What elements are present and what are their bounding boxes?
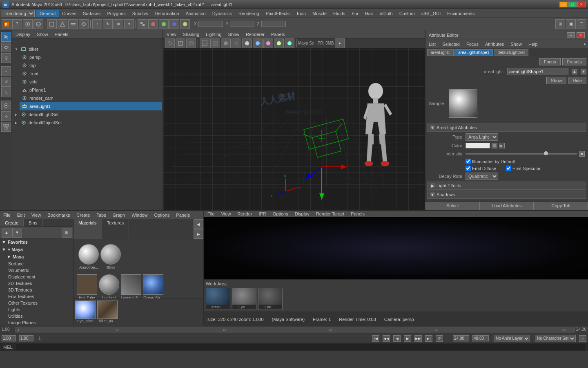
hs-scroll-down[interactable]: ▼ — [12, 228, 22, 238]
tool-lasso[interactable] — [1, 43, 11, 52]
illuminates-checkbox[interactable] — [466, 159, 471, 164]
z-field[interactable] — [261, 21, 286, 27]
play-loop[interactable]: ↺ — [436, 335, 443, 342]
mat-lambert[interactable]: Lambert — [99, 274, 119, 298]
outliner-menu-panels[interactable]: Panels — [51, 31, 72, 37]
menu-environments[interactable]: Environments — [444, 10, 478, 17]
tool-3[interactable] — [47, 19, 57, 29]
mat-displacement[interactable]: Displacement — [5, 274, 73, 280]
menu-painteffects[interactable]: PaintEffects — [263, 10, 293, 17]
mat-hair[interactable]: Hair Tube — [77, 274, 97, 298]
hs-window[interactable]: Window — [128, 212, 151, 218]
rv-options[interactable]: Options — [270, 211, 292, 217]
menu-subdivs[interactable]: Subdivs — [129, 10, 151, 17]
menu-sibl[interactable]: sIBL_GUI — [418, 10, 444, 17]
mat-volumetric[interactable]: Volumetric — [5, 267, 73, 274]
fps-start-input[interactable] — [453, 335, 469, 341]
mat-env-textures[interactable]: Env Textures — [5, 293, 73, 300]
timeline-ruler[interactable]: 1 5 10 15 20 24 — [16, 327, 575, 332]
attr-menu-selected[interactable]: Selected — [439, 41, 463, 47]
outliner-menu-show[interactable]: Show — [33, 31, 51, 37]
outliner-item-area-light[interactable]: areaLight1 — [20, 102, 162, 110]
vt-2[interactable] — [176, 38, 185, 48]
menu-surfaces[interactable]: Surfaces — [80, 10, 104, 17]
tool-1[interactable] — [23, 19, 33, 29]
hs-scroll-up[interactable]: ▲ — [2, 228, 11, 238]
dos-expand-icon[interactable]: ▶ — [15, 121, 20, 125]
select-btn[interactable]: Select — [425, 202, 480, 210]
tool-scale2[interactable]: ⤡ — [1, 88, 11, 97]
attr-menu-attributes[interactable]: Attributes — [482, 41, 507, 47]
intensity-slider[interactable] — [466, 153, 577, 155]
outliner-item-side[interactable]: side — [20, 78, 162, 86]
shadows-header[interactable]: ▼ Shadows — [427, 191, 586, 199]
x-field[interactable] — [198, 21, 223, 27]
arealight-map-btn-1[interactable]: ▲ — [572, 69, 577, 74]
load-attributes-btn[interactable]: Load Attributes — [480, 202, 534, 210]
presets-btn[interactable]: Presets — [562, 58, 586, 65]
tool-group[interactable] — [1, 122, 11, 132]
type-dropdown[interactable]: Area Light Point Spot Directional Ambien… — [466, 133, 498, 141]
favorites-header[interactable]: ▼ Favorites — [0, 238, 73, 246]
hs-bookmarks[interactable]: Bookmarks — [44, 212, 73, 218]
tool-rotate[interactable]: ↻ — [103, 19, 113, 29]
viewport-menu-renderer[interactable]: Renderer — [243, 31, 268, 37]
maximize-btn[interactable]: □ — [568, 2, 577, 7]
biker-expand-icon[interactable]: ▼ — [15, 47, 20, 51]
tool-rotate2[interactable]: ↺ — [1, 77, 11, 87]
mat-image-planes[interactable]: Image Planes — [5, 319, 73, 325]
outliner-item-front[interactable]: front — [20, 70, 162, 78]
outliner-item-persp[interactable]: persp — [20, 53, 162, 61]
vt-1[interactable] — [165, 38, 175, 48]
hs-create[interactable]: Create — [73, 212, 93, 218]
tool-display-3[interactable]: ☰ — [577, 19, 586, 29]
hs-edit[interactable]: Edit — [14, 212, 28, 218]
menu-fluids[interactable]: Fluids — [330, 10, 348, 17]
anim-settings[interactable]: ≡ — [579, 335, 586, 342]
tool-7[interactable]: ✦ — [124, 19, 134, 29]
tab-next[interactable]: ▶ — [194, 229, 203, 239]
menu-general[interactable]: General — [36, 10, 59, 17]
hs-expand[interactable]: ⊞ — [62, 228, 71, 238]
arealight-map-btn-2[interactable]: ▼ — [581, 69, 586, 74]
viewport-3d-content[interactable]: x y z 人人素材 www.r-sc.com — [163, 48, 425, 210]
hide-btn[interactable]: Hide — [568, 77, 586, 84]
work-item-2[interactable]: Eye_... — [258, 288, 283, 310]
tab-textures[interactable]: Textures — [102, 219, 129, 239]
work-item-1[interactable]: Eye_... — [232, 288, 256, 310]
menu-deformation[interactable]: Deformation — [151, 10, 183, 17]
viewport-menu-lighting[interactable]: Lighting — [203, 31, 225, 37]
light-effects-collapse-btn[interactable]: ▶ — [430, 183, 435, 188]
color-map-btn[interactable] — [492, 143, 497, 148]
color-swatch[interactable] — [466, 143, 490, 148]
hs-options[interactable]: Options — [151, 212, 173, 218]
outliner-item-pplane[interactable]: pPlane1 — [20, 86, 162, 94]
maya-header[interactable]: ▼ + Maya — [0, 246, 73, 253]
emit-diffuse-checkbox[interactable] — [466, 166, 471, 171]
tab-create[interactable]: Create — [0, 219, 24, 227]
copy-tab-btn[interactable]: Copy Tab — [534, 202, 588, 210]
vt-sphere5[interactable] — [263, 38, 273, 48]
hs-panels[interactable]: Panels — [173, 212, 193, 218]
menu-dynamics[interactable]: Dynamics — [209, 10, 235, 17]
intensity-thumb[interactable] — [544, 151, 548, 155]
tool-display-2[interactable]: ▣ — [566, 19, 576, 29]
hs-file[interactable]: File — [0, 212, 14, 218]
mat-other-textures[interactable]: Other Textures — [5, 300, 73, 306]
tool-4[interactable] — [58, 19, 67, 29]
menu-animation[interactable]: Animation — [183, 10, 209, 17]
range-start-input[interactable] — [2, 335, 16, 341]
tool-snap[interactable]: ⊹ — [1, 111, 11, 121]
play-prev-key[interactable]: ◀◀ — [383, 335, 390, 342]
tool-2[interactable] — [33, 19, 43, 29]
tool-paint[interactable] — [1, 53, 11, 63]
mat-aniso[interactable]: Anisotrop... — [78, 244, 99, 269]
vt-sphere3[interactable] — [242, 38, 252, 48]
light-effects-header[interactable]: ▶ Light Effects — [427, 182, 586, 190]
tool-11[interactable] — [169, 19, 179, 29]
shadows-collapse-btn[interactable]: ▼ — [430, 192, 435, 197]
channel-box-toggle[interactable]: ▸ — [584, 41, 588, 47]
rv-panels[interactable]: Panels — [347, 211, 368, 217]
attr-tab-arealight1[interactable]: areaLight1 — [427, 49, 454, 56]
hs-tabs[interactable]: Tabs — [93, 212, 109, 218]
